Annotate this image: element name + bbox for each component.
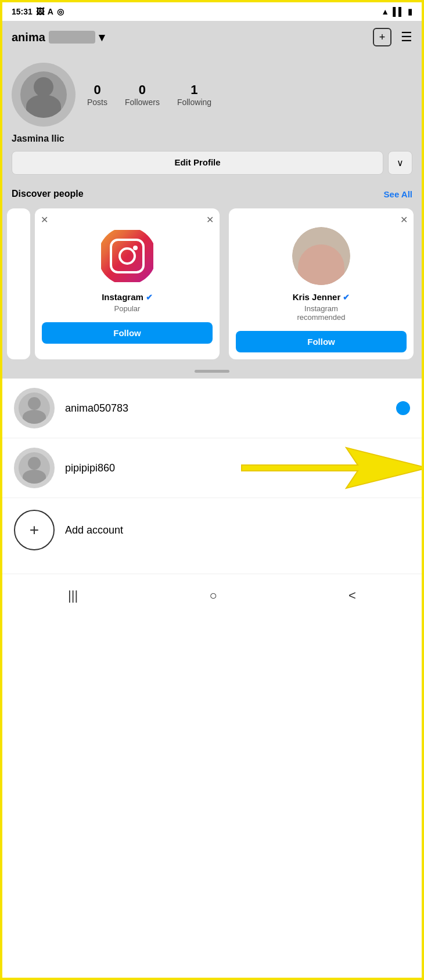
account-avatar-pipi-inner <box>19 452 50 484</box>
acct-head-pipi <box>28 457 41 470</box>
account-item-pipi[interactable]: pipipipi860 <box>2 438 422 498</box>
time-display: 15:31 <box>12 7 33 16</box>
menu-button[interactable]: ☰ <box>401 30 412 45</box>
plus-icon: + <box>379 31 386 44</box>
profile-dropdown-button[interactable]: ∨ <box>388 151 412 175</box>
status-right: ▲ ▌▌ ▮ <box>381 7 412 16</box>
signal-icon: ▌▌ <box>393 7 404 16</box>
suggestion-card-instagram: ✕ ✕ Instagram ✔ Popular Follow <box>35 208 220 359</box>
following-stat[interactable]: 1 Following <box>177 82 211 107</box>
kris-name: Kris Jenner <box>293 292 341 302</box>
instagram-logo-inner <box>110 239 145 273</box>
status-left: 15:31 🖼 A ◎ <box>12 7 64 16</box>
instagram-name-row: Instagram ✔ <box>102 292 153 302</box>
followers-stat[interactable]: 0 Followers <box>125 82 160 107</box>
svg-marker-0 <box>242 448 424 488</box>
following-label: Following <box>177 98 211 107</box>
suggestion-card-kris: ✕ Kris Jenner ✔ Instagramrecommended Fol… <box>229 208 414 359</box>
followers-count: 0 <box>139 82 146 98</box>
profile-avatar <box>12 63 76 127</box>
discover-people-header: Discover people See All <box>2 184 422 204</box>
profile-info: 0 Posts 0 Followers 1 Following <box>2 53 422 131</box>
instagram-logo-dot <box>133 246 138 250</box>
partial-card-left <box>7 208 30 359</box>
profile-name: Jasmina Ilic <box>2 131 422 151</box>
account-switcher: anima050783 pipipipi860 + Add account <box>2 379 422 574</box>
photo-icon: 🖼 <box>36 7 44 16</box>
acct-body-anima <box>23 410 46 424</box>
edit-profile-row: Edit Profile ∨ <box>2 151 422 184</box>
account-name-anima: anima050783 <box>65 402 396 415</box>
posts-count: 0 <box>94 82 100 98</box>
username-label: anima <box>12 31 45 44</box>
home-button[interactable]: ○ <box>197 583 228 608</box>
plus-icon: + <box>30 521 39 539</box>
new-post-button[interactable]: + <box>373 28 391 46</box>
avatar-head <box>34 77 53 97</box>
kris-avatar-image <box>292 227 350 285</box>
close-instagram-card-button[interactable]: ✕ <box>41 214 48 225</box>
battery-icon: ▮ <box>408 7 412 16</box>
add-account-label: Add account <box>65 524 123 536</box>
posts-stat[interactable]: 0 Posts <box>87 82 107 107</box>
chevron-down-icon: ▾ <box>99 30 105 44</box>
edit-profile-button[interactable]: Edit Profile <box>12 151 383 175</box>
posts-label: Posts <box>87 98 107 107</box>
followers-label: Followers <box>125 98 160 107</box>
top-nav: anima ▾ + ☰ <box>2 21 422 53</box>
bottom-nav: ||| ○ < <box>2 574 422 622</box>
kris-subtitle: Instagramrecommended <box>297 304 345 322</box>
account-avatar-pipi <box>14 448 55 488</box>
avatar-image <box>20 71 67 118</box>
follow-instagram-button[interactable]: Follow <box>42 322 213 344</box>
nav-icons: + ☰ <box>373 28 412 46</box>
add-account-circle: + <box>14 510 55 550</box>
kris-face <box>298 244 344 285</box>
drag-bar <box>195 370 229 373</box>
discover-title: Discover people <box>12 189 84 199</box>
instagram-logo <box>101 230 153 282</box>
wifi-icon: ▲ <box>381 7 389 16</box>
kris-avatar <box>292 227 350 285</box>
instagram-verified-icon: ✔ <box>146 293 153 302</box>
profile-stats: 0 Posts 0 Followers 1 Following <box>87 82 412 107</box>
back-button[interactable]: < <box>337 583 368 608</box>
instagram-avatar <box>98 227 156 285</box>
recents-button[interactable]: ||| <box>56 583 89 608</box>
username-blur <box>49 31 95 44</box>
kris-name-row: Kris Jenner ✔ <box>293 292 350 302</box>
close-kris-card-button[interactable]: ✕ <box>400 214 408 225</box>
acct-head-anima <box>28 397 41 410</box>
location-icon: ◎ <box>57 7 64 16</box>
instagram-name: Instagram <box>102 292 143 302</box>
status-bar: 15:31 🖼 A ◎ ▲ ▌▌ ▮ <box>2 2 422 21</box>
instagram-section: anima ▾ + ☰ 0 Posts 0 Followers <box>2 21 422 379</box>
see-all-button[interactable]: See All <box>384 189 412 199</box>
following-count: 1 <box>191 82 197 98</box>
username-dropdown[interactable]: anima ▾ <box>12 30 105 44</box>
text-icon: A <box>48 7 53 16</box>
suggestions-row: ✕ ✕ Instagram ✔ Popular Follow ✕ <box>2 204 422 364</box>
avatar-body <box>26 95 61 118</box>
kris-verified-icon: ✔ <box>343 293 350 302</box>
drag-indicator <box>2 364 422 379</box>
account-item-anima[interactable]: anima050783 <box>2 379 422 438</box>
follow-kris-button[interactable]: Follow <box>236 331 407 352</box>
active-indicator <box>396 401 410 415</box>
close-card-right-button[interactable]: ✕ <box>206 214 214 225</box>
add-account-item[interactable]: + Add account <box>2 498 422 562</box>
yellow-arrow-annotation <box>230 445 424 491</box>
instagram-logo-circle <box>118 247 136 265</box>
acct-body-pipi <box>23 470 46 484</box>
instagram-subtitle: Popular <box>114 304 141 313</box>
account-avatar-anima <box>14 388 55 428</box>
account-avatar-anima-inner <box>19 392 50 424</box>
